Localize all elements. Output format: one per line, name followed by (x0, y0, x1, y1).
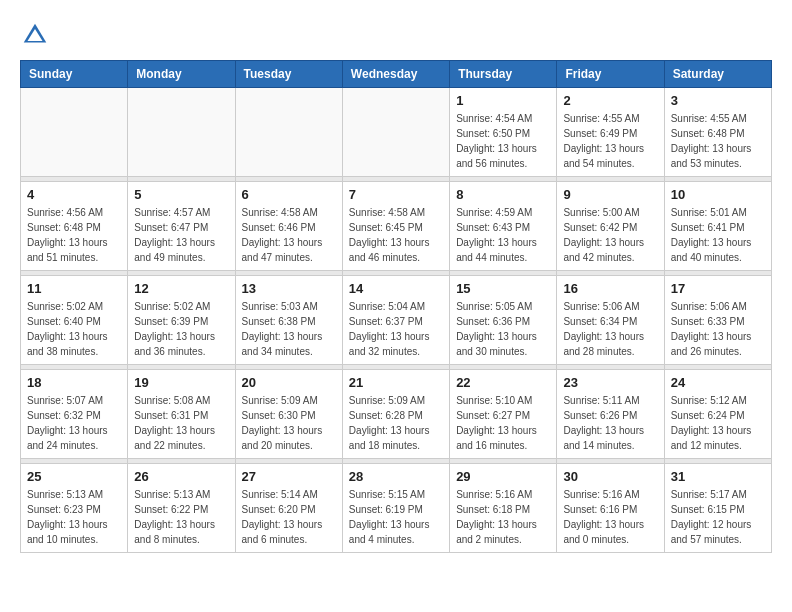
weekday-header-saturday: Saturday (664, 61, 771, 88)
day-info: Sunrise: 5:03 AM Sunset: 6:38 PM Dayligh… (242, 299, 336, 359)
calendar-day-cell: 24Sunrise: 5:12 AM Sunset: 6:24 PM Dayli… (664, 370, 771, 459)
day-number: 25 (27, 469, 121, 484)
calendar-day-cell: 30Sunrise: 5:16 AM Sunset: 6:16 PM Dayli… (557, 464, 664, 553)
day-info: Sunrise: 4:54 AM Sunset: 6:50 PM Dayligh… (456, 111, 550, 171)
day-info: Sunrise: 5:09 AM Sunset: 6:28 PM Dayligh… (349, 393, 443, 453)
day-info: Sunrise: 5:09 AM Sunset: 6:30 PM Dayligh… (242, 393, 336, 453)
calendar-day-cell: 25Sunrise: 5:13 AM Sunset: 6:23 PM Dayli… (21, 464, 128, 553)
weekday-header-wednesday: Wednesday (342, 61, 449, 88)
calendar-day-cell: 21Sunrise: 5:09 AM Sunset: 6:28 PM Dayli… (342, 370, 449, 459)
day-number: 21 (349, 375, 443, 390)
weekday-header-friday: Friday (557, 61, 664, 88)
day-info: Sunrise: 5:10 AM Sunset: 6:27 PM Dayligh… (456, 393, 550, 453)
calendar-week-row: 1Sunrise: 4:54 AM Sunset: 6:50 PM Daylig… (21, 88, 772, 177)
calendar-day-cell: 4Sunrise: 4:56 AM Sunset: 6:48 PM Daylig… (21, 182, 128, 271)
weekday-header-row: SundayMondayTuesdayWednesdayThursdayFrid… (21, 61, 772, 88)
day-info: Sunrise: 5:08 AM Sunset: 6:31 PM Dayligh… (134, 393, 228, 453)
calendar-day-cell: 18Sunrise: 5:07 AM Sunset: 6:32 PM Dayli… (21, 370, 128, 459)
day-number: 15 (456, 281, 550, 296)
calendar-week-row: 25Sunrise: 5:13 AM Sunset: 6:23 PM Dayli… (21, 464, 772, 553)
logo (20, 20, 54, 50)
calendar-day-cell: 28Sunrise: 5:15 AM Sunset: 6:19 PM Dayli… (342, 464, 449, 553)
calendar-day-cell (21, 88, 128, 177)
day-info: Sunrise: 4:58 AM Sunset: 6:46 PM Dayligh… (242, 205, 336, 265)
day-info: Sunrise: 5:02 AM Sunset: 6:40 PM Dayligh… (27, 299, 121, 359)
day-number: 9 (563, 187, 657, 202)
day-number: 23 (563, 375, 657, 390)
weekday-header-sunday: Sunday (21, 61, 128, 88)
day-info: Sunrise: 5:02 AM Sunset: 6:39 PM Dayligh… (134, 299, 228, 359)
calendar-day-cell (235, 88, 342, 177)
calendar-day-cell: 6Sunrise: 4:58 AM Sunset: 6:46 PM Daylig… (235, 182, 342, 271)
calendar-day-cell: 5Sunrise: 4:57 AM Sunset: 6:47 PM Daylig… (128, 182, 235, 271)
calendar-day-cell: 9Sunrise: 5:00 AM Sunset: 6:42 PM Daylig… (557, 182, 664, 271)
day-number: 19 (134, 375, 228, 390)
calendar-week-row: 11Sunrise: 5:02 AM Sunset: 6:40 PM Dayli… (21, 276, 772, 365)
day-number: 7 (349, 187, 443, 202)
page-header (20, 20, 772, 50)
day-number: 16 (563, 281, 657, 296)
calendar-day-cell: 31Sunrise: 5:17 AM Sunset: 6:15 PM Dayli… (664, 464, 771, 553)
calendar-day-cell: 15Sunrise: 5:05 AM Sunset: 6:36 PM Dayli… (450, 276, 557, 365)
day-number: 18 (27, 375, 121, 390)
day-number: 17 (671, 281, 765, 296)
day-info: Sunrise: 4:56 AM Sunset: 6:48 PM Dayligh… (27, 205, 121, 265)
day-number: 22 (456, 375, 550, 390)
day-info: Sunrise: 5:14 AM Sunset: 6:20 PM Dayligh… (242, 487, 336, 547)
calendar-day-cell: 12Sunrise: 5:02 AM Sunset: 6:39 PM Dayli… (128, 276, 235, 365)
calendar-day-cell: 8Sunrise: 4:59 AM Sunset: 6:43 PM Daylig… (450, 182, 557, 271)
calendar-day-cell: 1Sunrise: 4:54 AM Sunset: 6:50 PM Daylig… (450, 88, 557, 177)
calendar-day-cell: 2Sunrise: 4:55 AM Sunset: 6:49 PM Daylig… (557, 88, 664, 177)
day-info: Sunrise: 4:55 AM Sunset: 6:49 PM Dayligh… (563, 111, 657, 171)
calendar-day-cell: 20Sunrise: 5:09 AM Sunset: 6:30 PM Dayli… (235, 370, 342, 459)
day-number: 13 (242, 281, 336, 296)
calendar-day-cell: 3Sunrise: 4:55 AM Sunset: 6:48 PM Daylig… (664, 88, 771, 177)
day-info: Sunrise: 4:57 AM Sunset: 6:47 PM Dayligh… (134, 205, 228, 265)
day-number: 1 (456, 93, 550, 108)
day-number: 3 (671, 93, 765, 108)
calendar-week-row: 4Sunrise: 4:56 AM Sunset: 6:48 PM Daylig… (21, 182, 772, 271)
day-info: Sunrise: 5:11 AM Sunset: 6:26 PM Dayligh… (563, 393, 657, 453)
day-number: 28 (349, 469, 443, 484)
day-info: Sunrise: 5:12 AM Sunset: 6:24 PM Dayligh… (671, 393, 765, 453)
day-number: 29 (456, 469, 550, 484)
day-info: Sunrise: 4:55 AM Sunset: 6:48 PM Dayligh… (671, 111, 765, 171)
day-number: 27 (242, 469, 336, 484)
day-info: Sunrise: 5:01 AM Sunset: 6:41 PM Dayligh… (671, 205, 765, 265)
calendar-day-cell (342, 88, 449, 177)
calendar-day-cell: 17Sunrise: 5:06 AM Sunset: 6:33 PM Dayli… (664, 276, 771, 365)
day-number: 8 (456, 187, 550, 202)
day-info: Sunrise: 4:58 AM Sunset: 6:45 PM Dayligh… (349, 205, 443, 265)
calendar-day-cell: 26Sunrise: 5:13 AM Sunset: 6:22 PM Dayli… (128, 464, 235, 553)
day-number: 30 (563, 469, 657, 484)
calendar-day-cell: 19Sunrise: 5:08 AM Sunset: 6:31 PM Dayli… (128, 370, 235, 459)
weekday-header-monday: Monday (128, 61, 235, 88)
calendar-day-cell: 22Sunrise: 5:10 AM Sunset: 6:27 PM Dayli… (450, 370, 557, 459)
day-number: 11 (27, 281, 121, 296)
day-number: 5 (134, 187, 228, 202)
day-number: 31 (671, 469, 765, 484)
calendar-day-cell: 11Sunrise: 5:02 AM Sunset: 6:40 PM Dayli… (21, 276, 128, 365)
calendar-table: SundayMondayTuesdayWednesdayThursdayFrid… (20, 60, 772, 553)
calendar-day-cell: 14Sunrise: 5:04 AM Sunset: 6:37 PM Dayli… (342, 276, 449, 365)
calendar-day-cell: 13Sunrise: 5:03 AM Sunset: 6:38 PM Dayli… (235, 276, 342, 365)
day-number: 2 (563, 93, 657, 108)
day-info: Sunrise: 5:17 AM Sunset: 6:15 PM Dayligh… (671, 487, 765, 547)
day-info: Sunrise: 5:05 AM Sunset: 6:36 PM Dayligh… (456, 299, 550, 359)
day-info: Sunrise: 5:13 AM Sunset: 6:23 PM Dayligh… (27, 487, 121, 547)
day-number: 14 (349, 281, 443, 296)
day-info: Sunrise: 5:00 AM Sunset: 6:42 PM Dayligh… (563, 205, 657, 265)
day-info: Sunrise: 4:59 AM Sunset: 6:43 PM Dayligh… (456, 205, 550, 265)
weekday-header-tuesday: Tuesday (235, 61, 342, 88)
calendar-day-cell (128, 88, 235, 177)
day-info: Sunrise: 5:06 AM Sunset: 6:34 PM Dayligh… (563, 299, 657, 359)
day-number: 26 (134, 469, 228, 484)
day-info: Sunrise: 5:07 AM Sunset: 6:32 PM Dayligh… (27, 393, 121, 453)
day-number: 6 (242, 187, 336, 202)
day-info: Sunrise: 5:16 AM Sunset: 6:18 PM Dayligh… (456, 487, 550, 547)
calendar-day-cell: 27Sunrise: 5:14 AM Sunset: 6:20 PM Dayli… (235, 464, 342, 553)
logo-icon (20, 20, 50, 50)
day-number: 4 (27, 187, 121, 202)
day-info: Sunrise: 5:16 AM Sunset: 6:16 PM Dayligh… (563, 487, 657, 547)
day-info: Sunrise: 5:15 AM Sunset: 6:19 PM Dayligh… (349, 487, 443, 547)
